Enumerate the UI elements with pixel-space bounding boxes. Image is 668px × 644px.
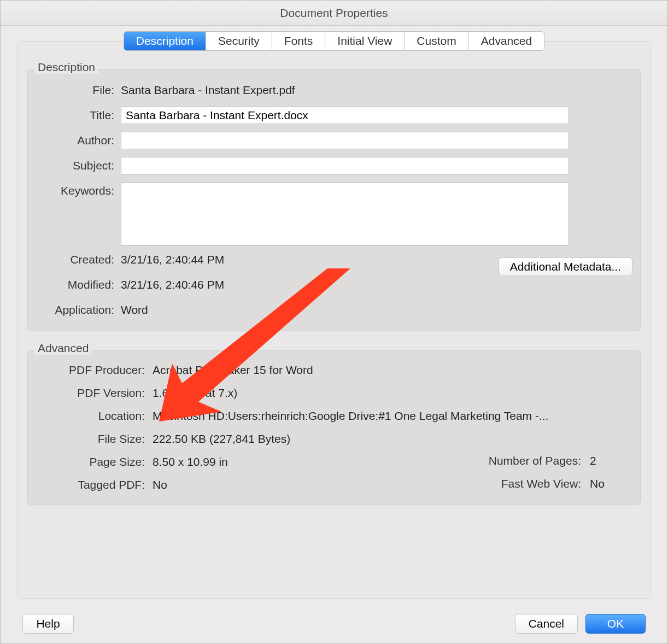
- application-label: Application:: [34, 301, 121, 317]
- main-panel: Description File: Santa Barbara - Instan…: [17, 41, 651, 599]
- window-title: Document Properties: [280, 7, 388, 20]
- ok-button[interactable]: OK: [585, 614, 646, 634]
- tagged-pdf-value: No: [153, 477, 364, 495]
- author-input[interactable]: [121, 132, 569, 149]
- tab-fonts[interactable]: Fonts: [272, 32, 326, 50]
- author-label: Author:: [34, 132, 121, 147]
- pdf-version-label: PDF Version:: [34, 385, 153, 400]
- tab-description[interactable]: Description: [124, 32, 206, 50]
- fast-web-view-label: Fast Web View:: [501, 477, 581, 495]
- tab-advanced[interactable]: Advanced: [469, 32, 544, 50]
- application-value: Word: [121, 301, 634, 317]
- description-group-heading: Description: [34, 61, 98, 74]
- modified-value: 3/21/16, 2:40:46 PM: [121, 276, 634, 291]
- help-button[interactable]: Help: [22, 614, 74, 634]
- modified-label: Modified:: [34, 276, 121, 291]
- file-label: File:: [34, 81, 121, 97]
- dialog-footer: Help Cancel OK: [1, 614, 667, 634]
- tab-initial-view[interactable]: Initial View: [325, 32, 405, 50]
- description-group: Description File: Santa Barbara - Instan…: [27, 69, 641, 331]
- location-label: Location:: [34, 408, 153, 423]
- title-label: Title:: [34, 107, 121, 122]
- advanced-group: Advanced PDF Producer: Acrobat PDFMaker …: [27, 350, 641, 505]
- titlebar: Document Properties: [1, 1, 667, 26]
- tab-bar: Description Security Fonts Initial View …: [124, 31, 544, 51]
- fast-web-view-value: No: [590, 477, 612, 495]
- location-value: Macintosh HD:Users:rheinrich:Google Driv…: [153, 408, 634, 423]
- subject-input[interactable]: [121, 157, 569, 174]
- pdf-version-value: 1.6 (Acrobat 7.x): [153, 385, 634, 400]
- file-size-value: 222.50 KB (227,841 Bytes): [153, 431, 634, 446]
- document-properties-dialog: Document Properties Description Security…: [0, 0, 668, 644]
- additional-metadata-button[interactable]: Additional Metadata...: [499, 257, 632, 276]
- tagged-pdf-label: Tagged PDF:: [34, 477, 153, 495]
- title-input[interactable]: [121, 107, 569, 124]
- keywords-label: Keywords:: [34, 182, 121, 197]
- file-size-label: File Size:: [34, 431, 153, 446]
- file-value: Santa Barbara - Instant Expert.pdf: [121, 81, 634, 97]
- page-size-value: 8.50 x 10.99 in: [153, 454, 364, 472]
- tab-security[interactable]: Security: [206, 32, 272, 50]
- pdf-producer-value: Acrobat PDFMaker 15 for Word: [153, 362, 634, 377]
- advanced-group-heading: Advanced: [34, 342, 92, 355]
- cancel-button[interactable]: Cancel: [515, 614, 578, 634]
- tab-custom[interactable]: Custom: [405, 32, 468, 50]
- number-of-pages-value: 2: [590, 454, 612, 472]
- number-of-pages-label: Number of Pages:: [489, 454, 581, 472]
- created-label: Created:: [34, 251, 121, 266]
- subject-label: Subject:: [34, 157, 121, 172]
- pdf-producer-label: PDF Producer:: [34, 362, 153, 377]
- keywords-input[interactable]: [121, 182, 569, 245]
- page-size-label: Page Size:: [34, 454, 153, 472]
